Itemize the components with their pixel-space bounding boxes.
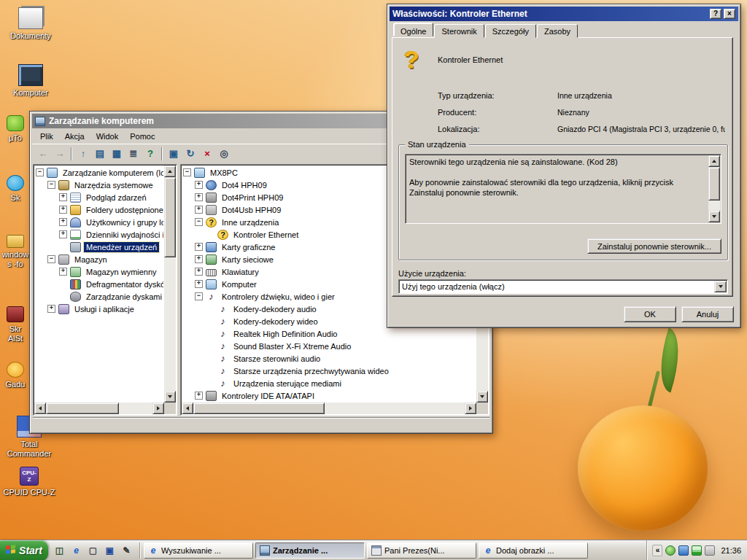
tab-sterownik[interactable]: Sterownik: [434, 24, 484, 38]
horizontal-scrollbar[interactable]: [34, 402, 164, 414]
device-tree-item[interactable]: ♪Sound Blaster X-Fi Xtreme Audio: [182, 340, 476, 352]
window-icon[interactable]: ▢: [86, 543, 100, 557]
vertical-scrollbar[interactable]: [708, 155, 720, 222]
up-level-icon[interactable]: ↑: [75, 147, 91, 161]
tree-expander[interactable]: +: [195, 255, 203, 263]
tree-label[interactable]: Dot4Usb HPH09: [220, 205, 283, 215]
desktop-icon-dokumenty[interactable]: Dokumenty: [4, 7, 57, 41]
internet-explorer-icon[interactable]: e: [69, 543, 83, 557]
tree-expander[interactable]: −: [195, 292, 203, 300]
tree-label[interactable]: Karty sieciowe: [220, 254, 276, 265]
start-button[interactable]: Start: [0, 540, 48, 560]
scrollbar-thumb[interactable]: [193, 402, 325, 414]
wireless-icon[interactable]: [692, 545, 702, 556]
menu-pomoc[interactable]: Pomoc: [124, 130, 160, 143]
task-button[interactable]: eDodaj obrazki ...: [479, 542, 588, 559]
tree-expander[interactable]: −: [36, 168, 44, 176]
tree-expander[interactable]: +: [195, 243, 203, 251]
show-console-tree-icon[interactable]: ▤: [92, 147, 108, 161]
tree-label[interactable]: Karty graficzne: [220, 242, 277, 252]
device-tree-item[interactable]: ♪Starsze sterowniki audio: [182, 352, 476, 365]
tree-label[interactable]: Narzędzia systemowe: [72, 180, 155, 190]
console-tree-item[interactable]: Menedżer urządzeń: [35, 241, 163, 253]
desktop-icon-komputer[interactable]: Komputer: [4, 64, 57, 98]
update-driver-icon[interactable]: ↻: [182, 147, 198, 161]
tree-label[interactable]: Dot4Print HPH09: [220, 192, 285, 203]
tree-label[interactable]: Foldery udostępnione: [84, 205, 163, 215]
ok-button[interactable]: OK: [624, 306, 676, 322]
tree-label[interactable]: Starsze urządzenia przechwytywania wideo: [231, 366, 391, 376]
dialog-titlebar[interactable]: Właściwości: Kontroler Ethernet ? ×: [390, 7, 738, 21]
desktop-icon-utorrent[interactable]: µTo: [1, 115, 29, 143]
device-tree-item[interactable]: ♪Realtek High Definition Audio: [182, 327, 476, 340]
desktop-icon-windows-folder[interactable]: windows -fo: [1, 235, 29, 269]
floppy-icon[interactable]: ▣: [103, 543, 117, 557]
export-list-icon[interactable]: ▦: [109, 147, 125, 161]
device-tree-item[interactable]: ♪Starsze urządzenia przechwytywania wide…: [182, 365, 476, 377]
tree-expander[interactable]: −: [183, 168, 191, 176]
pen-icon[interactable]: ✎: [120, 543, 133, 557]
combobox-dropdown-button[interactable]: [714, 281, 727, 292]
tree-label[interactable]: Kodery-dekodery wideo: [231, 316, 320, 327]
console-tree-item[interactable]: +Foldery udostępnione: [35, 203, 163, 216]
tree-expander[interactable]: +: [195, 206, 203, 214]
desktop-icon-skype[interactable]: Sk: [1, 175, 29, 203]
desktop-icon-cpuz[interactable]: CPU-Z CPUID CPU-Z: [1, 467, 57, 497]
tree-label[interactable]: Menedżer urządzeń: [84, 242, 159, 252]
antivirus-icon[interactable]: [665, 545, 676, 556]
tree-expander[interactable]: +: [195, 193, 203, 201]
context-help-button[interactable]: ?: [710, 9, 721, 19]
menu-plik[interactable]: Plik: [34, 130, 59, 143]
scrollbar-thumb[interactable]: [46, 402, 119, 414]
tree-label[interactable]: Komputer: [220, 279, 259, 289]
help-icon[interactable]: ?: [142, 147, 158, 161]
uninstall-icon[interactable]: ×: [199, 147, 215, 161]
scroll-right-button[interactable]: [152, 402, 164, 414]
tree-expander[interactable]: −: [47, 255, 55, 263]
tab-zasoby[interactable]: Zasoby: [537, 24, 578, 38]
tree-label[interactable]: Magazyn wymienny: [84, 267, 159, 277]
tree-expander[interactable]: +: [195, 280, 203, 288]
network-icon[interactable]: [678, 545, 689, 556]
tree-expander[interactable]: +: [195, 268, 203, 276]
tree-label[interactable]: Realtek High Definition Audio: [231, 329, 339, 339]
tree-expander[interactable]: +: [195, 392, 203, 400]
tree-label[interactable]: Kodery-dekodery audio: [231, 304, 319, 314]
tree-label[interactable]: Starsze sterowniki audio: [231, 354, 322, 364]
task-button[interactable]: Pani Prezes(Ni...: [367, 542, 476, 559]
task-button[interactable]: Zarządzanie ...: [255, 542, 365, 559]
tree-label[interactable]: Kontrolery dźwięku, wideo i gier: [220, 292, 337, 302]
tree-label[interactable]: Kontrolery IDE ATA/ATAPI: [220, 391, 317, 401]
console-tree-item[interactable]: −Zarządzanie komputerem (loka: [35, 166, 163, 179]
tree-label[interactable]: Kontroler Ethernet: [231, 230, 301, 240]
reinstall-driver-button[interactable]: Zainstaluj ponownie sterownik...: [587, 238, 721, 254]
tab-ogolne[interactable]: Ogólne: [393, 23, 433, 36]
console-tree-item[interactable]: −Magazyn: [35, 253, 163, 265]
menu-akcja[interactable]: Akcja: [59, 130, 90, 143]
scrollbar-thumb[interactable]: [164, 177, 176, 257]
tree-expander[interactable]: +: [59, 268, 67, 276]
tree-label[interactable]: Defragmentator dysków: [84, 279, 163, 289]
console-tree-item[interactable]: Defragmentator dysków: [35, 278, 163, 290]
menu-widok[interactable]: Widok: [90, 130, 125, 143]
forward-icon[interactable]: →: [52, 147, 68, 161]
scroll-down-button[interactable]: [164, 391, 176, 402]
tree-label[interactable]: Sound Blaster X-Fi Xtreme Audio: [231, 341, 353, 351]
tree-expander[interactable]: +: [59, 193, 67, 201]
console-tree-item[interactable]: +Użytkownicy i grupy loka: [35, 216, 163, 228]
print-icon[interactable]: ≣: [125, 147, 142, 161]
scroll-down-button[interactable]: [708, 211, 720, 222]
scroll-right-button[interactable]: [465, 402, 476, 414]
console-tree-item[interactable]: Zarządzanie dyskami: [35, 290, 163, 303]
tree-label[interactable]: Zarządzanie komputerem (loka: [61, 168, 163, 178]
tray-chevron-button[interactable]: «: [652, 545, 662, 556]
tree-label[interactable]: Klawiatury: [220, 267, 261, 277]
tree-label[interactable]: Użytkownicy i grupy loka: [84, 217, 163, 228]
scroll-left-button[interactable]: [34, 402, 46, 414]
tree-label[interactable]: Dzienniki wydajności i a: [84, 230, 163, 240]
tree-label[interactable]: Inne urządzenia: [220, 217, 281, 228]
device-usage-combobox[interactable]: Użyj tego urządzenia (włącz): [398, 279, 728, 294]
tree-label[interactable]: Usługi i aplikacje: [72, 304, 136, 314]
scroll-up-button[interactable]: [708, 155, 720, 167]
tree-expander[interactable]: −: [47, 181, 55, 189]
